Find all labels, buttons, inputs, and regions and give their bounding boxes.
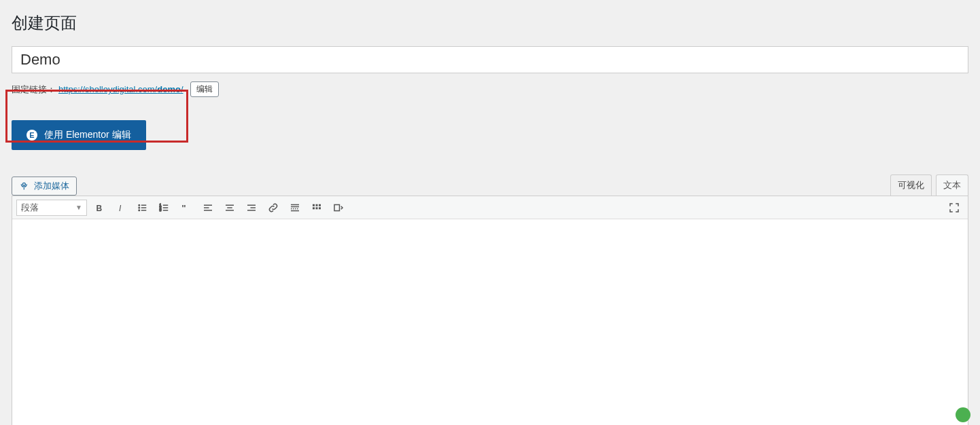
status-indicator-icon [956,407,970,422]
media-icon [19,181,30,191]
permalink-link[interactable]: https://shelleydigital.com/demo/ [58,84,183,94]
elementor-icon: E [27,130,37,141]
elementor-edit-button[interactable]: E 使用 Elementor 编辑 [12,120,146,150]
tab-text[interactable]: 文本 [936,174,968,196]
permalink-row: 固定链接： https://shelleydigital.com/demo/ 编… [12,81,968,97]
page-title: 创建页面 [0,0,980,46]
editor-box: 段落 ▼ B I 123 " [12,196,968,425]
svg-point-5 [139,207,140,208]
svg-rect-34 [319,207,321,209]
svg-rect-30 [316,204,318,206]
permalink-label: 固定链接： [12,84,56,96]
tab-visual[interactable]: 可视化 [890,174,932,196]
permalink-prefix: https://shelleydigital.com/ [58,84,157,94]
bold-button[interactable]: B [90,198,109,217]
dropdown-arrow-icon: ▼ [75,204,82,211]
svg-rect-33 [316,207,318,209]
svg-rect-31 [319,204,321,206]
permalink-slug: demo [157,84,181,94]
editor-toolbar: 段落 ▼ B I 123 " [12,196,968,219]
add-media-label: 添加媒体 [34,180,69,192]
svg-rect-29 [313,204,315,206]
elementor-label: 使用 Elementor 编辑 [44,129,131,141]
readmore-button[interactable] [285,198,304,217]
permalink-edit-button[interactable]: 编辑 [190,81,219,97]
svg-rect-32 [313,207,315,209]
paragraph-label: 段落 [21,202,39,214]
svg-text:": " [181,202,186,212]
media-row: 添加媒体 可视化 文本 [12,174,968,196]
svg-rect-35 [334,204,340,210]
editor-content-area[interactable] [12,219,968,425]
align-center-button[interactable] [220,198,239,217]
blockquote-button[interactable]: " [177,198,196,217]
align-right-button[interactable] [242,198,261,217]
fullscreen-button[interactable] [945,198,964,217]
svg-point-7 [139,210,140,211]
paragraph-select[interactable]: 段落 ▼ [16,200,87,216]
italic-button[interactable]: I [111,198,130,217]
svg-text:I: I [119,203,122,212]
ordered-list-button[interactable]: 123 [155,198,174,217]
svg-point-0 [22,183,25,185]
svg-point-3 [139,204,140,206]
svg-text:B: B [97,203,103,212]
link-button[interactable] [264,198,283,217]
page-title-input[interactable] [12,46,968,73]
toolbar-toggle-button[interactable] [307,198,326,217]
add-media-button[interactable]: 添加媒体 [12,177,77,196]
align-left-button[interactable] [198,198,217,217]
editor-tabs: 可视化 文本 [890,174,968,196]
permalink-suffix: / [181,84,183,94]
unordered-list-button[interactable] [133,198,152,217]
distraction-free-button[interactable] [329,198,348,217]
svg-text:3: 3 [160,208,162,212]
